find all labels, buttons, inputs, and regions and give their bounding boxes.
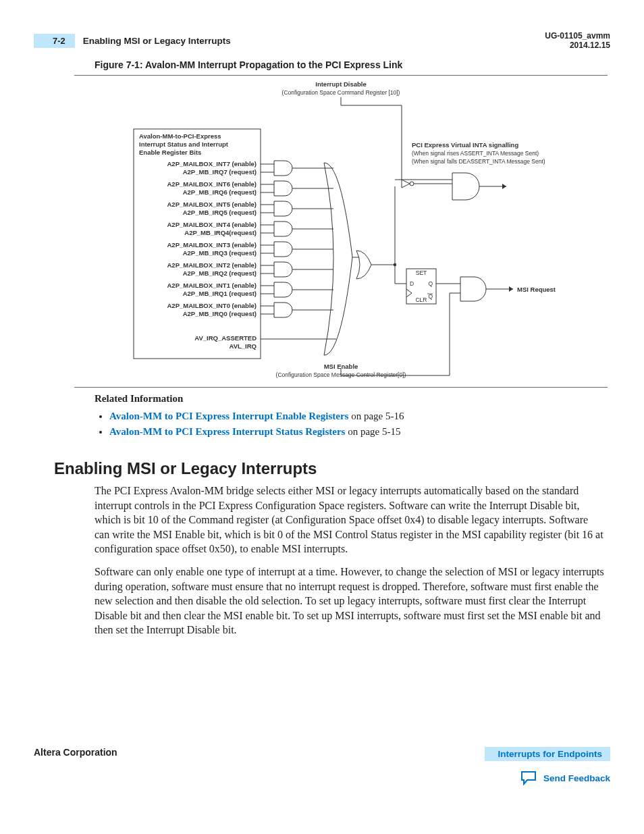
box-title-3: Enable Register Bits — [139, 149, 201, 156]
page-footer: Altera Corporation Interrupts for Endpoi… — [34, 747, 610, 785]
and-gate-1 — [274, 181, 292, 196]
para-2: Software can only enable one type of int… — [95, 565, 605, 637]
signal-request-1: A2P_MB_IRQ6 (request) — [183, 188, 257, 196]
and-gate-inta — [452, 173, 479, 200]
msi-enable-sublabel: (Configuration Space Message Control Reg… — [276, 371, 406, 378]
ff-set: SET — [416, 269, 427, 276]
or-gate — [324, 163, 352, 355]
or-gate-2 — [356, 251, 371, 279]
related-link-0[interactable]: Avalon-MM to PCI Express Interrupt Enabl… — [109, 411, 348, 421]
and-gate-msi — [460, 277, 486, 301]
interrupt-disable-label: Interrupt Disable — [315, 80, 367, 88]
signal-enable-2: A2P_MAILBOX_INT5 (enable) — [167, 201, 257, 208]
figure-caption: Figure 7-1: Avalon-MM Interrupt Propagat… — [95, 59, 610, 70]
interrupt-disable-sublabel: (Configuration Space Command Register [1… — [282, 89, 400, 96]
and-gate-7 — [274, 303, 292, 317]
avl-irq-label: AVL_IRQ — [230, 342, 257, 350]
signal-enable-1: A2P_MAILBOX_INT6 (enable) — [167, 180, 257, 188]
related-suffix-1: on page 5-15 — [345, 426, 400, 437]
svg-marker-36 — [502, 184, 506, 189]
page-number: 7-2 — [34, 34, 75, 48]
related-heading: Related Information — [95, 393, 610, 405]
signal-enable-3: A2P_MAILBOX_INT4 (enable) — [167, 221, 257, 228]
bottom-rule — [74, 387, 608, 388]
signal-request-5: A2P_MB_IRQ2 (request) — [183, 269, 257, 277]
ff-d: D — [410, 280, 414, 287]
signal-request-2: A2P_MB_IRQ5 (request) — [183, 209, 257, 216]
related-link-1[interactable]: Avalon-MM to PCI Express Interrupt Statu… — [109, 426, 345, 437]
signal-request-3: A2P_MB_IRQ4(request) — [184, 229, 257, 236]
feedback-text: Send Feedback — [543, 773, 610, 783]
and-gate-6 — [274, 282, 292, 297]
svg-marker-46 — [509, 286, 513, 292]
inverter — [402, 180, 410, 188]
msi-enable-label: MSI Enable — [324, 363, 358, 370]
box-title-1: Avalon-MM-to-PCI-Express — [139, 132, 221, 140]
body-text: The PCI Express Avalon-MM bridge selects… — [95, 484, 605, 637]
irq-asserted-label: AV_IRQ_ASSERTED — [194, 334, 257, 342]
signal-enable-7: A2P_MAILBOX_INT0 (enable) — [167, 302, 257, 309]
figure-diagram: Interrupt Disable (Configuration Space C… — [74, 78, 608, 382]
and-gate-3 — [274, 221, 292, 236]
footer-chapter-link[interactable]: Interrupts for Endpoints — [485, 747, 611, 761]
related-item-0: Avalon-MM to PCI Express Interrupt Enabl… — [109, 409, 610, 424]
send-feedback-link[interactable]: Send Feedback — [485, 771, 611, 785]
signal-request-6: A2P_MB_IRQ1 (request) — [183, 290, 257, 297]
and-gate-2 — [274, 201, 292, 216]
doc-id: UG-01105_avmm — [545, 31, 610, 41]
related-information: Related Information Avalon-MM to PCI Exp… — [95, 393, 610, 439]
inta-label-3: (When signal falls DEASSERT_INTA Message… — [412, 158, 545, 165]
inta-label-1: PCI Express Virtual INTA signalling — [412, 141, 518, 149]
box-title-2: Interrupt Status and Interrupt — [139, 140, 229, 148]
and-gate-0 — [274, 161, 292, 176]
header-left: 7-2 Enabling MSI or Legacy Interrupts — [34, 34, 231, 48]
signal-request-0: A2P_MB_IRQ7 (request) — [183, 168, 257, 176]
feedback-icon — [520, 771, 538, 785]
related-suffix-0: on page 5-16 — [348, 411, 404, 421]
section-heading: Enabling MSI or Legacy Interrupts — [54, 459, 610, 478]
ff-clr: CLR — [415, 296, 427, 303]
doc-date: 2014.12.15 — [545, 41, 610, 50]
signal-enable-0: A2P_MAILBOX_INT7 (enable) — [167, 160, 257, 167]
footer-right: Interrupts for Endpoints Send Feedback — [485, 747, 611, 785]
ff-q: Q — [428, 280, 433, 287]
ff-qbar: Q — [428, 293, 433, 300]
msi-request-label: MSI Request — [517, 286, 556, 293]
and-gate-5 — [274, 262, 292, 277]
signal-request-4: A2P_MB_IRQ3 (request) — [183, 249, 257, 257]
top-rule — [74, 75, 608, 76]
signal-enable-6: A2P_MAILBOX_INT1 (enable) — [167, 282, 257, 289]
header-right: UG-01105_avmm 2014.12.15 — [545, 31, 610, 51]
related-item-1: Avalon-MM to PCI Express Interrupt Statu… — [109, 424, 610, 440]
signal-enable-4: A2P_MAILBOX_INT3 (enable) — [167, 241, 257, 249]
signal-request-7: A2P_MB_IRQ0 (request) — [183, 310, 257, 317]
page-header: 7-2 Enabling MSI or Legacy Interrupts UG… — [34, 31, 610, 50]
signal-enable-5: A2P_MAILBOX_INT2 (enable) — [167, 261, 257, 269]
header-topic: Enabling MSI or Legacy Interrupts — [83, 36, 231, 46]
and-gate-4 — [274, 242, 292, 257]
footer-left: Altera Corporation — [34, 747, 117, 758]
para-1: The PCI Express Avalon-MM bridge selects… — [95, 484, 605, 556]
inta-label-2: (When signal rises ASSERT_INTA Message S… — [412, 150, 539, 157]
